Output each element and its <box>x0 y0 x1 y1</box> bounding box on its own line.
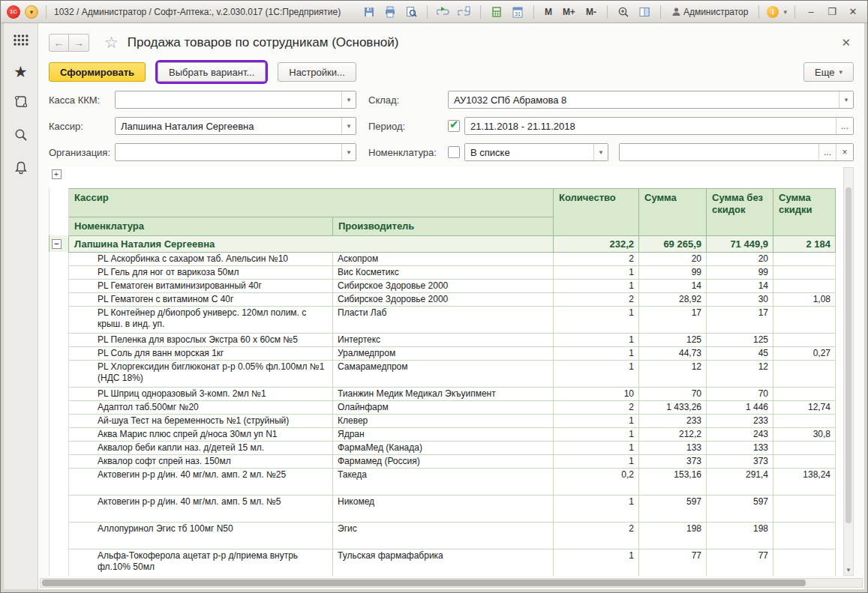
col-header-sum[interactable]: Сумма <box>639 188 707 235</box>
table-row[interactable]: PL Гель для ног от варикоза 50мл Вис Кос… <box>50 265 836 279</box>
cell-quantity: 1 <box>554 549 639 576</box>
table-row[interactable]: PL Гематоген с витамином С 40г Сибирское… <box>50 292 836 306</box>
kassa-kkm-select[interactable]: ▾ <box>115 91 356 109</box>
cell-quantity: 1 <box>554 441 639 454</box>
page-title: Продажа товаров по сотрудникам (Основной… <box>128 35 830 50</box>
table-row[interactable]: PL Аскорбинка с сахаром таб. Апельсин №1… <box>50 252 836 265</box>
col-header-manufacturer[interactable]: Производитель <box>333 217 554 235</box>
memory-subtract-button[interactable]: M- <box>583 7 599 17</box>
info-icon[interactable]: i <box>767 6 779 18</box>
back-button[interactable]: ← <box>49 34 69 52</box>
cell-nomenclature: Аквалор беби капли наз. д/детей 15 мл. <box>69 441 333 454</box>
nomenclature-checkbox[interactable]: ✔ <box>448 146 460 158</box>
chevron-down-icon[interactable]: ▾ <box>341 91 356 108</box>
print-icon[interactable] <box>382 4 398 19</box>
chevron-down-icon[interactable]: ▾ <box>783 8 787 16</box>
1c-logo-icon: 1С <box>7 5 20 19</box>
table-row[interactable]: Аллопуринол Эгис тб 100мг N50 Эгис 2 198… <box>50 522 836 549</box>
memory-recall-button[interactable]: M <box>542 7 555 17</box>
table-row[interactable]: PL Хлоргексидин биглюконат р-р 0.05% фл.… <box>50 360 836 387</box>
horizontal-scrollbar[interactable] <box>40 578 863 588</box>
cell-nomenclature: PL Хлоргексидин биглюконат р-р 0.05% фл.… <box>69 360 333 387</box>
period-checkbox[interactable]: ✔ <box>448 120 460 132</box>
col-header-nomenclature[interactable]: Номенклатура <box>69 217 333 235</box>
history-icon[interactable] <box>14 94 29 112</box>
maximize-button[interactable]: ❒ <box>824 6 840 17</box>
chevron-down-icon[interactable]: ▾ <box>839 91 853 108</box>
favorites-icon[interactable]: ★ <box>14 64 28 79</box>
col-header-quantity[interactable]: Количество <box>554 188 639 235</box>
settings-button[interactable]: Настройки... <box>278 62 356 82</box>
sklad-select[interactable]: АУ1032 СПб Абрамова 8 ▾ <box>448 91 854 109</box>
main-menu-button[interactable]: ▾ <box>25 5 38 19</box>
nomenclature-input[interactable]: ... × <box>619 143 854 161</box>
favorite-star-icon[interactable]: ☆ <box>104 34 119 52</box>
nomenclature-clear-button[interactable]: × <box>836 144 853 160</box>
chevron-down-icon[interactable]: ▾ <box>341 118 356 134</box>
current-user-button[interactable]: Администратор <box>668 7 752 17</box>
go-to-link-icon[interactable] <box>435 4 452 19</box>
table-row[interactable]: PL Шприц одноразовый 3-комп. 2мл №1 Тиан… <box>50 387 836 400</box>
choose-variant-button[interactable]: Выбрать вариант... <box>158 62 266 82</box>
collapse-group-toggle[interactable]: − <box>52 239 62 249</box>
cashier-select[interactable]: Лапшина Наталия Сергеевна ▾ <box>115 117 356 135</box>
main-area: ★ ← → ☆ Продажа товаров по сотрудникам (… <box>1 23 867 592</box>
chevron-down-icon[interactable]: ▾ <box>593 144 608 160</box>
spreadsheet[interactable]: + Кассир Количество Сумма Сумма без скид… <box>49 167 843 576</box>
cell-sum-discount <box>773 549 836 576</box>
table-row[interactable]: Адаптол таб.500мг №20 Олайнфарм 2 1 433,… <box>50 400 836 414</box>
table-row[interactable]: Альфа-Токоферола ацетат р-р д/приема вну… <box>50 549 836 576</box>
cell-sum: 77 <box>639 549 707 576</box>
cell-manufacturer: Никомед <box>333 495 554 522</box>
split-window-icon[interactable] <box>636 4 653 19</box>
scroll-down-arrow-icon[interactable]: ▼ <box>844 567 853 574</box>
table-row[interactable]: PL Контейнер д/биопроб универс. 120мл по… <box>50 306 836 333</box>
minimize-button[interactable]: – <box>803 6 819 17</box>
col-header-cashier[interactable]: Кассир <box>69 188 554 217</box>
col-header-sum-discount[interactable]: Сумма скидки <box>773 188 836 235</box>
save-icon[interactable] <box>361 4 377 19</box>
more-button[interactable]: Еще ▾ <box>803 62 854 82</box>
divider <box>758 5 759 19</box>
chevron-down-icon[interactable]: ▾ <box>341 144 356 160</box>
calculator-icon[interactable] <box>488 4 505 19</box>
notifications-bell-icon[interactable] <box>14 160 29 178</box>
print-preview-icon[interactable] <box>403 4 419 19</box>
cell-manufacturer: Клевер <box>333 414 554 427</box>
table-row[interactable]: Ай-шуа Тест на беременность №1 (струйный… <box>50 414 836 427</box>
org-select[interactable]: ▾ <box>115 143 356 161</box>
horizontal-scrollbar-thumb[interactable] <box>42 580 806 586</box>
form-close-icon[interactable]: ✕ <box>838 36 854 49</box>
nomenclature-more-button[interactable]: ... <box>818 144 836 160</box>
zoom-icon[interactable] <box>615 4 632 19</box>
table-row[interactable]: Актовегин р-р д/ин. 40 мг/мл. амп. 5 мл.… <box>50 495 836 522</box>
vertical-scrollbar[interactable]: ▼ <box>843 167 854 576</box>
period-input[interactable]: 21.11.2018 - 21.11.2018 ... <box>464 117 854 135</box>
cell-quantity: 1 <box>554 454 639 468</box>
cell-quantity: 0,2 <box>554 468 639 495</box>
calendar-icon[interactable]: 31 <box>509 4 526 19</box>
memory-add-button[interactable]: M+ <box>560 7 578 17</box>
table-row[interactable]: PL Соль для ванн морская 1кг Уралмедпром… <box>50 346 836 360</box>
cell-quantity: 1 <box>554 306 639 333</box>
table-row[interactable]: PL Гематоген витаминизированный 40г Сиби… <box>50 279 836 292</box>
cell-sum-no-discount: 291,4 <box>707 468 773 495</box>
nomenclature-condition-select[interactable]: В списке ▾ <box>464 143 608 161</box>
table-row[interactable]: Аква Марис плюс спрей д/носа 30мл уп N1 … <box>50 427 836 441</box>
table-row[interactable]: Актовегин р-р д/ин. 40 мг/мл. амп. 2 мл.… <box>50 468 836 495</box>
generate-button[interactable]: Сформировать <box>49 62 146 82</box>
col-header-sum-no-discount[interactable]: Сумма без скидок <box>707 188 773 235</box>
table-row[interactable]: Аквалор беби капли наз. д/детей 15 мл. Ф… <box>50 441 836 454</box>
period-more-button[interactable]: ... <box>836 118 853 134</box>
get-link-icon[interactable] <box>456 4 473 19</box>
close-button[interactable]: ✕ <box>845 6 861 17</box>
vertical-scrollbar-thumb[interactable] <box>845 187 851 523</box>
group-row-cashier[interactable]: − Лапшина Наталия Сергеевна 232,2 69 265… <box>50 235 836 252</box>
table-row[interactable]: PL Пеленка для взрослых Экстра 60 х 60см… <box>50 333 836 346</box>
expand-all-toggle[interactable]: + <box>52 169 62 179</box>
cell-sum: 233 <box>639 414 707 427</box>
table-row[interactable]: Аквалор софт спрей наз. 150мл Фармамед (… <box>50 454 836 468</box>
apps-menu-icon[interactable] <box>13 34 29 49</box>
forward-button[interactable]: → <box>69 34 89 52</box>
search-icon[interactable] <box>14 127 29 145</box>
